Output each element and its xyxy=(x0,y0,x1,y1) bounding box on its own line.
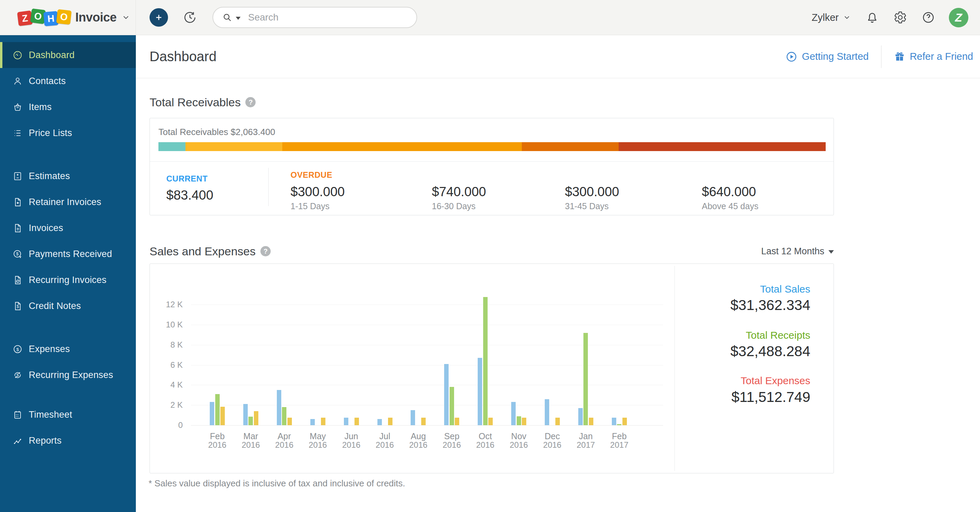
bar-expenses-jun-2016[interactable] xyxy=(355,418,359,425)
bar-sales-may-2016[interactable] xyxy=(310,419,315,425)
bar-sales-feb-2017[interactable] xyxy=(612,418,616,425)
history-clock-icon xyxy=(182,10,197,25)
settings-button[interactable] xyxy=(893,11,907,24)
total-label-total-receipts: Total Receipts xyxy=(667,329,810,342)
bell-icon xyxy=(865,11,879,24)
document-lines-icon xyxy=(12,223,23,233)
search-scope-caret-icon[interactable] xyxy=(236,17,240,20)
quick-create-button[interactable] xyxy=(150,8,168,27)
getting-started-link[interactable]: Getting Started xyxy=(785,51,869,63)
bar-expenses-feb-2017[interactable] xyxy=(622,418,627,425)
sidebar-item-retainer-invoices[interactable]: Retainer Invoices xyxy=(0,189,136,215)
sidebar-item-dashboard[interactable]: Dashboard xyxy=(0,42,136,68)
bar-expenses-nov-2016[interactable] xyxy=(522,418,526,425)
bar-expenses-dec-2016[interactable] xyxy=(555,418,560,425)
gear-icon xyxy=(893,11,907,24)
bar-sales-oct-2016[interactable] xyxy=(478,358,482,425)
bar-expenses-feb-2016[interactable] xyxy=(220,407,225,425)
help-badge-icon[interactable]: ? xyxy=(245,97,256,107)
refer-a-friend-link[interactable]: Refer a Friend xyxy=(894,51,973,63)
page-title: Dashboard xyxy=(150,49,216,64)
sidebar-item-label: Timesheet xyxy=(29,409,72,420)
sidebar-item-price-lists[interactable]: Price Lists xyxy=(0,120,136,146)
bar-sales-jan-2017[interactable] xyxy=(578,408,583,425)
receivables-divider xyxy=(150,161,834,162)
sidebar-item-label: Contacts xyxy=(29,76,66,86)
bar-expenses-sep-2016[interactable] xyxy=(455,418,459,425)
sidebar-item-expenses[interactable]: $Expenses xyxy=(0,336,136,362)
org-switcher[interactable]: Zylker xyxy=(811,12,851,23)
receivables-bar-segment-overdue-1-15 xyxy=(185,142,283,151)
bar-sales-feb-2016[interactable] xyxy=(210,402,214,425)
logo-tile: O xyxy=(56,9,72,24)
search-input[interactable] xyxy=(248,12,407,23)
bucket-period: 31-45 Days xyxy=(565,201,675,211)
logo-tile: H xyxy=(43,11,59,26)
x-axis-tick-label: Mar2016 xyxy=(234,432,267,449)
plus-icon xyxy=(154,12,164,22)
help-button[interactable] xyxy=(921,11,935,24)
document-dollar-icon: $ xyxy=(12,301,23,311)
total-value-total-receipts: $32,488.284 xyxy=(667,343,810,360)
bar-expenses-apr-2016[interactable] xyxy=(288,418,292,425)
sidebar-item-recurring-invoices[interactable]: Recurring Invoices xyxy=(0,267,136,293)
bar-expenses-jan-2017[interactable] xyxy=(589,418,593,425)
sidebar-item-reports[interactable]: Reports xyxy=(0,428,136,453)
bar-sales-aug-2016[interactable] xyxy=(410,410,415,425)
bar-sales-apr-2016[interactable] xyxy=(277,390,281,425)
bar-receipts-jan-2017[interactable] xyxy=(584,333,588,425)
sidebar-item-items[interactable]: Items xyxy=(0,94,136,120)
x-axis-tick-label: Jul2016 xyxy=(369,432,401,449)
bar-expenses-may-2016[interactable] xyxy=(321,418,325,425)
chart-gridline xyxy=(191,304,663,305)
bar-sales-dec-2016[interactable] xyxy=(545,399,549,425)
app-logo[interactable]: ZOHO Invoice xyxy=(0,0,136,35)
sidebar-item-label: Estimates xyxy=(29,171,70,181)
x-axis-tick-label: Sep2016 xyxy=(435,432,468,449)
bar-receipts-nov-2016[interactable] xyxy=(517,416,521,425)
sidebar-item-timesheet[interactable]: Timesheet xyxy=(0,402,136,428)
bar-sales-sep-2016[interactable] xyxy=(444,364,449,425)
bar-expenses-mar-2016[interactable] xyxy=(254,411,258,425)
sidebar-item-recurring-expenses[interactable]: $Recurring Expenses xyxy=(0,362,136,388)
getting-started-label: Getting Started xyxy=(802,51,869,62)
help-badge-icon[interactable]: ? xyxy=(260,246,270,256)
date-range-dropdown[interactable]: Last 12 Months xyxy=(761,246,834,257)
bar-receipts-feb-2016[interactable] xyxy=(215,394,220,425)
recent-history-button[interactable] xyxy=(182,10,197,25)
dollar-refresh-icon: $ xyxy=(12,370,23,380)
y-axis-tick-label: 6 K xyxy=(152,361,183,369)
bar-receipts-oct-2016[interactable] xyxy=(483,297,488,425)
chevron-down-icon xyxy=(843,13,851,22)
y-axis-tick-label: 2 K xyxy=(152,401,183,409)
bar-sales-mar-2016[interactable] xyxy=(243,404,248,425)
sidebar-item-credit-notes[interactable]: $Credit Notes xyxy=(0,293,136,319)
bar-expenses-oct-2016[interactable] xyxy=(488,418,493,425)
x-axis-tick-label: Feb2017 xyxy=(603,432,636,449)
question-circle-icon xyxy=(921,11,935,24)
bar-receipts-sep-2016[interactable] xyxy=(450,387,454,425)
bar-receipts-feb-2017[interactable] xyxy=(617,424,621,425)
bar-receipts-mar-2016[interactable] xyxy=(248,417,253,425)
sidebar-item-invoices[interactable]: Invoices xyxy=(0,215,136,241)
sidebar-item-contacts[interactable]: Contacts xyxy=(0,68,136,94)
bar-sales-jul-2016[interactable] xyxy=(377,419,382,425)
search-bar[interactable] xyxy=(213,7,417,28)
chart-gridline xyxy=(191,325,663,325)
bar-sales-jun-2016[interactable] xyxy=(344,418,348,425)
bar-sales-nov-2016[interactable] xyxy=(511,402,515,425)
user-avatar[interactable]: Z xyxy=(949,8,968,27)
notifications-button[interactable] xyxy=(865,11,879,24)
sidebar-item-payments-received[interactable]: $Payments Received xyxy=(0,241,136,267)
chevron-down-icon xyxy=(121,13,130,22)
zoho-logo-tiles: ZOHO xyxy=(18,11,70,25)
bar-expenses-jul-2016[interactable] xyxy=(388,418,393,425)
x-axis-tick-label: Nov2016 xyxy=(502,432,535,449)
bar-receipts-apr-2016[interactable] xyxy=(282,407,286,425)
bar-expenses-aug-2016[interactable] xyxy=(421,418,426,425)
dashboard-icon xyxy=(12,50,23,60)
sidebar-item-label: Reports xyxy=(29,436,62,446)
svg-text:$: $ xyxy=(17,304,19,309)
sidebar-item-estimates[interactable]: Estimates xyxy=(0,163,136,189)
y-axis-tick-label: 0 xyxy=(152,421,183,430)
